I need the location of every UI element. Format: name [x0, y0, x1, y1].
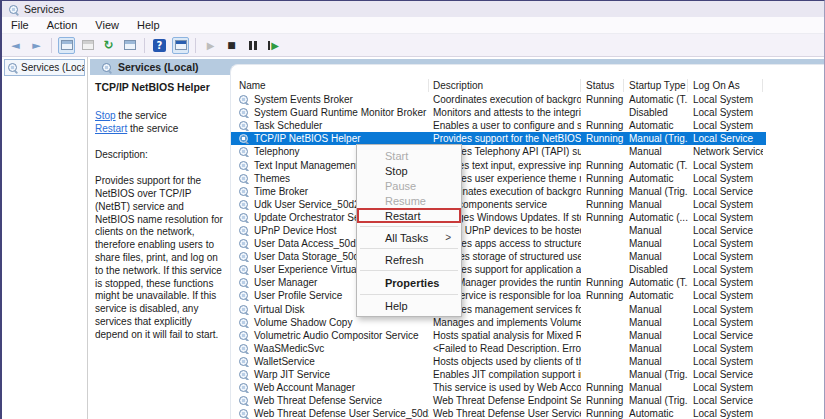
- context-menu-item[interactable]: All Tasks >: [357, 230, 461, 245]
- service-row[interactable]: Warp JIT Service Enables JIT compilation…: [231, 368, 825, 381]
- service-description: Hosts objects used by clients of the ...: [429, 356, 581, 367]
- service-icon: [239, 396, 248, 405]
- back-icon[interactable]: ◄: [7, 37, 24, 54]
- service-name: Web Account Manager: [254, 382, 355, 393]
- context-menu-item[interactable]: Start: [357, 148, 461, 163]
- service-row[interactable]: Volumetric Audio Compositor Service Host…: [231, 329, 825, 342]
- restart-service-icon[interactable]: ▶: [265, 37, 282, 54]
- column-header-startup-type[interactable]: Startup Type: [624, 79, 688, 92]
- service-row[interactable]: Themes Provides user experience theme ma…: [231, 172, 825, 185]
- service-log-on-as: Local System: [688, 199, 763, 210]
- service-description: Hosts spatial analysis for Mixed Real...: [429, 330, 581, 341]
- stop-service-icon[interactable]: ■: [223, 37, 240, 54]
- service-startup-type: Manual (Trig...: [624, 133, 688, 144]
- menu-item[interactable]: View: [86, 18, 128, 32]
- service-row[interactable]: TCP/IP NetBIOS Helper Provides support f…: [231, 132, 825, 145]
- export-list-disabled-icon[interactable]: [79, 37, 96, 54]
- menu-item[interactable]: File: [2, 18, 38, 32]
- service-icon: [239, 305, 248, 314]
- service-log-on-as: Local System: [688, 317, 763, 328]
- service-row[interactable]: User Manager User Manager provides the r…: [231, 276, 825, 289]
- refresh-icon[interactable]: ↻: [100, 37, 117, 54]
- service-row[interactable]: Volume Shadow Copy Manages and implement…: [231, 316, 825, 329]
- start-service-icon[interactable]: ▶: [202, 37, 219, 54]
- selected-service-title: TCP/IP NetBIOS Helper: [95, 81, 226, 94]
- pause-service-icon[interactable]: [244, 37, 261, 54]
- service-log-on-as: Local Service: [688, 133, 763, 144]
- service-row[interactable]: Udk User Service_50d20 Shell components …: [231, 198, 825, 211]
- service-log-on-as: Local System: [688, 356, 763, 367]
- context-menu-item[interactable]: Properties: [357, 274, 461, 291]
- service-startup-type: Manual: [624, 146, 688, 157]
- service-icon: [239, 213, 248, 222]
- service-row[interactable]: Web Threat Defense User Service_50d20 We…: [231, 407, 825, 419]
- service-row[interactable]: UPnP Device Host Allows UPnP devices to …: [231, 224, 825, 237]
- service-startup-type: Manual: [624, 225, 688, 236]
- forward-icon[interactable]: ►: [28, 37, 45, 54]
- service-name: System Events Broker: [254, 94, 353, 105]
- service-row[interactable]: System Guard Runtime Monitor Broker Moni…: [231, 106, 825, 119]
- properties-window-icon[interactable]: [172, 37, 189, 54]
- context-menu-item[interactable]: [360, 294, 458, 295]
- menu-item[interactable]: Help: [128, 18, 169, 32]
- service-row[interactable]: Time Broker Coordinates execution of bac…: [231, 185, 825, 198]
- context-menu-item[interactable]: Stop: [357, 163, 461, 178]
- panel-header-label: Services (Local): [118, 61, 199, 73]
- title-bar[interactable]: Services: [2, 1, 824, 17]
- stop-service-link[interactable]: Stop: [95, 110, 116, 121]
- service-icon: [239, 291, 248, 300]
- service-icon: [239, 95, 248, 104]
- column-header-description[interactable]: Description: [429, 79, 581, 92]
- service-row[interactable]: Task Scheduler Enables a user to configu…: [231, 119, 825, 132]
- service-description: Web Threat Defense User Service hel...: [429, 408, 581, 419]
- service-row[interactable]: Update Orchestrator Service Manages Wind…: [231, 211, 825, 224]
- service-status: Running: [581, 212, 624, 223]
- menu-item[interactable]: Action: [38, 18, 87, 32]
- service-row[interactable]: Virtual Disk Provides management service…: [231, 303, 825, 316]
- service-row[interactable]: User Profile Service This service is res…: [231, 289, 825, 302]
- service-row[interactable]: System Events Broker Coordinates executi…: [231, 93, 825, 106]
- service-startup-type: Manual: [624, 317, 688, 328]
- service-log-on-as: Local Service: [688, 186, 763, 197]
- description-label: Description:: [95, 149, 226, 162]
- context-menu-item[interactable]: [360, 270, 458, 271]
- context-menu-item[interactable]: Pause: [357, 178, 461, 193]
- show-console-tree-icon[interactable]: [58, 37, 75, 54]
- service-row[interactable]: User Experience Virtualization Service P…: [231, 263, 825, 276]
- service-row[interactable]: Telephony Provides Telephony API (TAPI) …: [231, 145, 825, 158]
- restart-service-link[interactable]: Restart: [95, 123, 127, 134]
- column-header-log-on-as[interactable]: Log On As: [688, 79, 763, 92]
- context-menu-item[interactable]: Refresh: [357, 252, 461, 267]
- context-menu-item[interactable]: [360, 248, 458, 249]
- service-row[interactable]: User Data Storage_50d20 Handles storage …: [231, 250, 825, 263]
- service-icon: [239, 344, 248, 353]
- export-list-icon[interactable]: [121, 37, 138, 54]
- help-icon[interactable]: ?: [151, 37, 168, 54]
- service-startup-type: Manual: [624, 251, 688, 262]
- service-icon: [239, 383, 248, 392]
- service-startup-type: Automatic (T...: [624, 94, 688, 105]
- context-menu-item[interactable]: Restart: [357, 208, 461, 223]
- service-description: Monitors and attests to the integrity ..…: [429, 107, 581, 118]
- service-startup-type: Automatic (T...: [624, 277, 688, 288]
- column-header-name[interactable]: Name ^: [231, 79, 429, 92]
- service-log-on-as: Local Service: [688, 330, 763, 341]
- service-name: System Guard Runtime Monitor Broker: [254, 107, 426, 118]
- service-row[interactable]: WaaSMedicSvc <Failed to Read Description…: [231, 342, 825, 355]
- context-menu-item[interactable]: Help: [357, 298, 461, 313]
- service-row[interactable]: Text Input Management Service Enables te…: [231, 158, 825, 171]
- service-row[interactable]: WalletService Hosts objects used by clie…: [231, 355, 825, 368]
- service-icon: [239, 174, 248, 183]
- service-description: Coordinates execution of backgrou...: [429, 94, 581, 105]
- service-row[interactable]: User Data Access_50d20 Provides apps acc…: [231, 237, 825, 250]
- list-header: Name ^ Description Status Startup Type L…: [231, 77, 825, 93]
- service-row[interactable]: Web Account Manager This service is used…: [231, 381, 825, 394]
- tree-item-services-local[interactable]: Services (Local): [4, 59, 85, 76]
- context-menu-item[interactable]: [360, 226, 458, 227]
- service-startup-type: Manual: [624, 343, 688, 354]
- context-menu-item[interactable]: Resume: [357, 193, 461, 208]
- service-row[interactable]: Web Threat Defense Service Web Threat De…: [231, 394, 825, 407]
- service-name: User Manager: [254, 277, 317, 288]
- service-icon: [239, 239, 248, 248]
- column-header-status[interactable]: Status: [581, 79, 624, 92]
